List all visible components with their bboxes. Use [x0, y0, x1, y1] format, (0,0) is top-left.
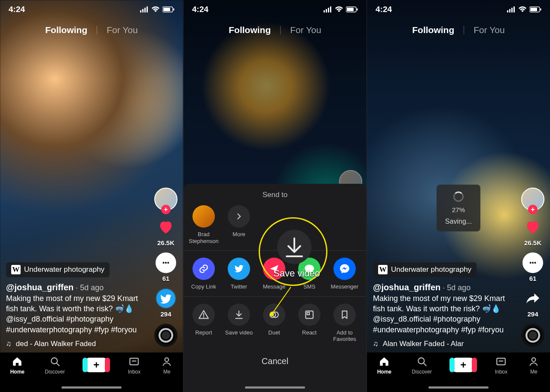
cellular-icon	[507, 6, 516, 12]
screenshot-1: 4:24 Following For You + 26.5K 61	[0, 0, 183, 392]
share-count: 294	[160, 310, 171, 318]
share-messenger[interactable]: Messenger	[328, 258, 361, 290]
svg-rect-5	[163, 8, 170, 11]
comment-button[interactable]: 61	[156, 252, 176, 282]
tab-me[interactable]: Me	[161, 356, 173, 375]
post-age: · 5d ago	[443, 283, 471, 292]
comment-icon	[522, 252, 543, 273]
tab-inbox[interactable]: Inbox	[128, 356, 141, 375]
video-info: WUnderwater photography @joshua_griffen …	[6, 262, 149, 349]
create-button[interactable]: +	[85, 358, 107, 372]
action-add-favorites[interactable]: Add to Favorites	[328, 304, 361, 343]
share-twitter[interactable]: Twitter	[222, 258, 256, 290]
iphone-home-indicator	[428, 386, 489, 389]
sound-disc[interactable]	[521, 324, 544, 347]
wiki-icon: W	[11, 265, 21, 274]
action-react[interactable]: React	[293, 304, 326, 343]
saving-label: Saving...	[441, 218, 476, 225]
cellular-icon	[140, 6, 149, 12]
creator-handle[interactable]: @joshua_griffen	[373, 283, 440, 292]
tab-create[interactable]: +	[452, 356, 474, 372]
share-button[interactable]: 294	[522, 288, 543, 318]
svg-rect-31	[509, 9, 510, 12]
search-icon	[49, 356, 61, 367]
home-icon	[378, 356, 390, 367]
comment-button[interactable]: 61	[522, 252, 543, 282]
tab-discover[interactable]: Discover	[412, 356, 432, 375]
react-icon	[298, 304, 321, 326]
svg-rect-19	[330, 6, 331, 12]
tab-separator	[464, 26, 464, 34]
tab-following[interactable]: Following	[45, 25, 87, 35]
follow-plus-icon[interactable]: +	[161, 205, 171, 214]
plus-icon: +	[93, 360, 99, 370]
action-live[interactable]: Liv	[363, 304, 367, 343]
topic-chip[interactable]: WUnderwater photography	[373, 262, 477, 277]
svg-point-37	[529, 262, 531, 264]
sound-disc[interactable]	[154, 324, 177, 347]
like-button[interactable]: 26.5K	[156, 217, 176, 246]
post-age: · 5d ago	[76, 283, 104, 292]
share-button[interactable]: 294	[156, 288, 176, 318]
action-report[interactable]: Report	[187, 304, 220, 343]
svg-rect-0	[140, 10, 141, 12]
creator-avatar[interactable]: +	[521, 188, 544, 211]
tab-foryou[interactable]: For You	[474, 25, 504, 35]
tab-following[interactable]: Following	[412, 25, 454, 35]
svg-rect-17	[326, 9, 327, 12]
battery-icon	[346, 6, 358, 12]
tab-home[interactable]: Home	[10, 356, 24, 375]
duet-icon	[263, 304, 285, 326]
action-save-video[interactable]: Save video	[222, 304, 256, 343]
feed-tabs: Following For You	[367, 25, 550, 35]
status-time: 4:24	[192, 5, 208, 14]
like-count: 26.5K	[157, 239, 174, 246]
spinner-icon	[453, 191, 464, 202]
wifi-icon	[151, 6, 160, 12]
tab-inbox[interactable]: Inbox	[495, 356, 507, 375]
contacts-more[interactable]: More	[222, 205, 256, 244]
cancel-button[interactable]: Cancel	[183, 349, 367, 366]
sound-marquee[interactable]: ♫Alan Walker Faded - Alar	[373, 339, 516, 349]
share-copylink[interactable]: Copy Link	[187, 258, 220, 290]
messenger-icon	[333, 258, 356, 280]
screenshot-3: 4:24 Following For You 27% Saving... + 2…	[367, 0, 550, 392]
profile-icon	[528, 356, 540, 367]
tab-me[interactable]: Me	[528, 356, 540, 375]
svg-point-38	[532, 262, 534, 264]
tab-following[interactable]: Following	[229, 25, 271, 35]
svg-rect-36	[540, 9, 541, 11]
contact-brad[interactable]: Brad Stephenson	[187, 205, 220, 244]
status-icons	[140, 6, 174, 12]
svg-rect-16	[324, 10, 325, 12]
actions-row: Report Save video Duet React Add to Favo…	[183, 296, 367, 349]
sound-marquee[interactable]: ♫ded - Alan Walker Faded	[6, 339, 149, 349]
comment-icon	[156, 252, 176, 273]
follow-plus-icon[interactable]: +	[528, 205, 538, 214]
like-button[interactable]: 26.5K	[522, 217, 543, 246]
topic-chip[interactable]: WUnderwater photography	[6, 262, 110, 277]
create-button[interactable]: +	[452, 358, 474, 372]
tab-create[interactable]: +	[85, 356, 107, 372]
svg-rect-28	[307, 312, 309, 314]
bookmark-icon	[333, 304, 356, 326]
comment-count: 61	[529, 275, 537, 282]
svg-rect-35	[530, 8, 537, 11]
svg-point-24	[203, 316, 205, 318]
creator-handle[interactable]: @joshua_griffen	[6, 283, 73, 292]
tab-home[interactable]: Home	[377, 356, 391, 375]
share-whatsapp[interactable]: W	[363, 258, 367, 290]
svg-line-41	[423, 363, 426, 366]
tab-foryou[interactable]: For You	[290, 25, 321, 35]
svg-rect-3	[147, 6, 148, 12]
home-icon	[11, 356, 23, 367]
download-icon	[228, 304, 250, 326]
status-time: 4:24	[9, 5, 25, 14]
tab-foryou[interactable]: For You	[107, 25, 138, 35]
twitter-share-icon	[156, 288, 176, 309]
iphone-home-indicator	[61, 386, 122, 389]
tab-discover[interactable]: Discover	[45, 356, 65, 375]
svg-point-7	[162, 262, 164, 264]
creator-avatar[interactable]: +	[154, 188, 177, 211]
share-count: 294	[527, 310, 538, 318]
